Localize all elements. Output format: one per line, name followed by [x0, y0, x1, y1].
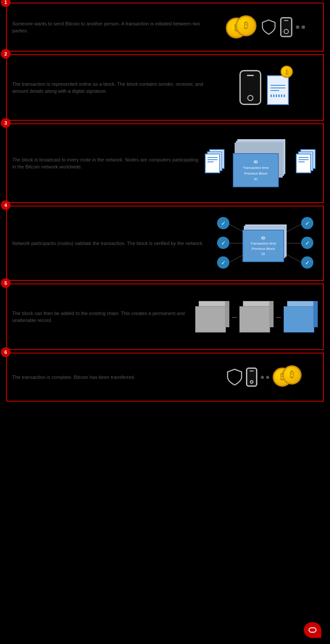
step-1-text: Someone wants to send Bitcoin to another…: [12, 20, 208, 35]
step-2-content: The transaction is represented online as…: [12, 61, 318, 114]
bottom-logo: [304, 622, 321, 638]
step-3-content: The block is broadcast to every node in …: [12, 130, 318, 196]
chat-logo-icon: [304, 622, 321, 638]
step-5-number: 5: [1, 278, 11, 288]
step-2-visual: ₿: [213, 61, 318, 114]
dot-6-2: [266, 376, 269, 379]
document-with-bitcoin: ₿: [265, 70, 291, 105]
step-5-text: The block can then be added to the exist…: [12, 310, 191, 324]
block-transaction-time: Transaction time: [243, 166, 269, 170]
shield-icon-6: [227, 368, 242, 386]
dot-2: [302, 25, 305, 29]
network-diagram: ✓ ✓ ✓ ID Transaction time Previous Block…: [213, 215, 318, 272]
step-3-text: The block is broadcast to every node in …: [12, 156, 200, 171]
blockchain-chain: – –: [195, 301, 318, 332]
block-id-label: ID: [254, 160, 258, 164]
step-2-box: 2 The transaction is represented online …: [6, 54, 324, 121]
bitcoin-small-icon: ₿: [281, 66, 293, 78]
network-node-ml: ✓: [217, 237, 229, 249]
block-blue-new: [284, 301, 318, 332]
step-4-number: 4: [1, 200, 11, 210]
network-node-tr: ✓: [301, 217, 313, 229]
phone-icon-6: [246, 368, 257, 387]
net-block-id2: ID: [262, 252, 265, 256]
phone-icon: [280, 17, 292, 37]
dots-icon: [296, 25, 305, 29]
net-block-prev: Previous Block: [252, 247, 275, 251]
block-grey-2: [239, 301, 274, 332]
dot-1: [296, 25, 299, 29]
step-3-visual: ID Transaction time Previous Block ID: [205, 130, 318, 196]
step-2-number: 2: [1, 49, 11, 59]
center-block-network: ID Transaction time Previous Block ID: [242, 224, 288, 262]
network-node-br: ✓: [301, 256, 313, 269]
bitcoin-coins-icon: ₿ ₿: [226, 15, 257, 39]
doc-stack-right: [296, 149, 318, 178]
shield-icon: [261, 19, 277, 35]
block-previous-block: Previous Block: [244, 172, 267, 175]
dots-6: [261, 376, 269, 379]
step-5-visual: – –: [195, 290, 318, 343]
bitcoin-coins-6: ₿ ₿: [273, 365, 304, 389]
step-5-box: 5 The block can then be added to the exi…: [6, 284, 324, 350]
step-4-box: 4 Network participants (nodes) validate …: [6, 206, 324, 281]
block-id2: ID: [254, 177, 258, 181]
step-4-content: Network participants (nodes) validate th…: [12, 213, 318, 274]
step-1-box: 1 Someone wants to send Bitcoin to anoth…: [6, 3, 324, 52]
chain-arrow-1: –: [232, 312, 237, 322]
step-6-box: 6 The transaction is complete. Bitcoin h…: [6, 353, 324, 402]
step-1-content: Someone wants to send Bitcoin to another…: [12, 10, 318, 45]
chain-arrow-2: –: [276, 312, 281, 322]
network-node-bl: ✓: [217, 256, 229, 269]
step-2-text: The transaction is represented online as…: [12, 80, 208, 95]
step-4-visual: ✓ ✓ ✓ ID Transaction time Previous Block…: [213, 213, 318, 274]
step-6-number: 6: [1, 347, 11, 357]
center-block-3d: ID Transaction time Previous Block ID: [233, 139, 290, 187]
net-block-id: ID: [261, 236, 265, 240]
step-1-visual: ₿ ₿: [213, 10, 318, 45]
doc-stack-left: [205, 149, 227, 178]
step-4-text: Network participants (nodes) validate th…: [12, 240, 208, 247]
step-5-content: The block can then be added to the exist…: [12, 290, 318, 343]
step-3-box: 3 The block is broadcast to every node i…: [6, 123, 324, 203]
bitcoin-coin-6-2: ₿: [282, 365, 302, 385]
block-grey-1: [195, 301, 229, 332]
net-block-time: Transaction time: [250, 242, 276, 245]
step-1-number: 1: [1, 0, 11, 7]
step-6-visual: ₿ ₿: [213, 360, 318, 395]
bitcoin-coin-2: ₿: [235, 15, 256, 36]
network-node-mr: ✓: [301, 237, 313, 249]
step-6-content: The transaction is complete. Bitcoin has…: [12, 360, 318, 395]
step-6-text: The transaction is complete. Bitcoin has…: [12, 374, 208, 381]
phone-large-icon: [239, 70, 261, 105]
dot-6-1: [261, 376, 264, 379]
step-3-number: 3: [1, 118, 11, 128]
network-node-tl: ✓: [217, 217, 229, 229]
